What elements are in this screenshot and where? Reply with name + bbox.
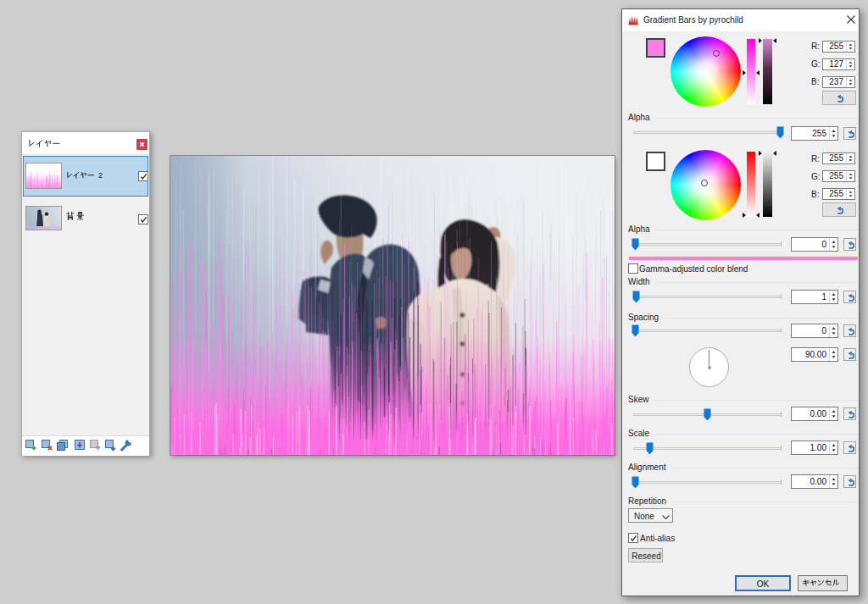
- svg-text:2: 2: [98, 172, 103, 180]
